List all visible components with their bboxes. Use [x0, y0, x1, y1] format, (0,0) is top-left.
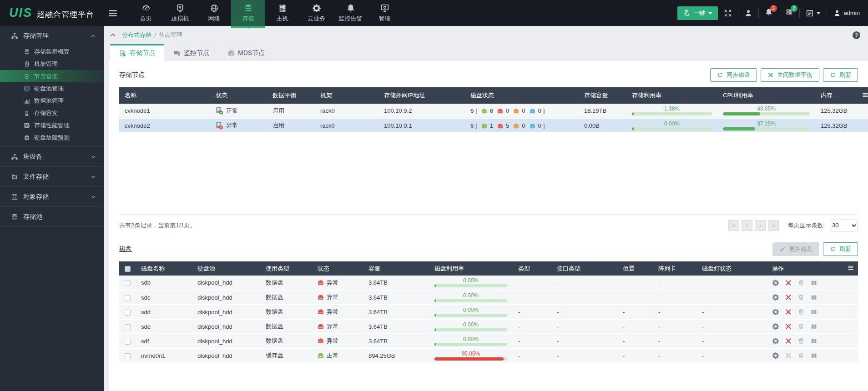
- nav-item-6[interactable]: 监控告警: [333, 0, 368, 26]
- sidebar-item-0-7[interactable]: 硬盘故障预测: [0, 131, 104, 144]
- node-row-cvknode2[interactable]: cvknode2异常启用rack0100.10.9.16[1500]0.00B0…: [119, 118, 868, 133]
- nav-item-3[interactable]: 存储: [231, 0, 265, 26]
- row-checkbox[interactable]: [125, 310, 131, 316]
- table-empty-space: [119, 133, 858, 214]
- disk-util: 0.00%: [429, 276, 513, 290]
- sidebar-group-header-4[interactable]: 存储池: [0, 207, 104, 226]
- first-page-button[interactable]: «: [728, 220, 739, 231]
- sidebar-group-header-3[interactable]: 对象存储: [0, 187, 104, 206]
- nav-item-7[interactable]: 管理: [368, 0, 402, 26]
- tab-0[interactable]: 存储节点: [110, 44, 164, 61]
- locate-icon[interactable]: [810, 337, 818, 345]
- locate-icon[interactable]: [810, 294, 818, 301]
- settings-icon[interactable]: [772, 323, 779, 330]
- nav-item-label: 网络: [208, 15, 220, 23]
- fullscreen-icon[interactable]: [724, 9, 732, 17]
- last-page-button[interactable]: »: [768, 220, 779, 231]
- sidebar-item-0-0[interactable]: 存储集群概要: [0, 45, 104, 58]
- breadcrumb-parent[interactable]: 分布式存储: [122, 31, 151, 39]
- nodes-col-header: 磁盘状态: [465, 87, 579, 104]
- row-checkbox[interactable]: [125, 324, 131, 330]
- disk-status: 异常: [312, 334, 363, 348]
- locate-icon[interactable]: [810, 323, 818, 330]
- remove-icon[interactable]: [785, 352, 792, 359]
- remove-icon[interactable]: [785, 323, 792, 330]
- nav-item-0[interactable]: 首页: [129, 0, 163, 26]
- person-icon[interactable]: [744, 9, 752, 17]
- delete-icon[interactable]: [797, 323, 805, 330]
- remove-icon[interactable]: [785, 337, 792, 345]
- delete-icon[interactable]: [797, 294, 805, 301]
- disk-ok-icon: [481, 108, 487, 114]
- disk-error-icon: [497, 108, 503, 114]
- row-checkbox[interactable]: [125, 280, 131, 286]
- row-checkbox[interactable]: [125, 353, 131, 359]
- column-settings-icon[interactable]: [847, 265, 854, 271]
- one-key-button[interactable]: 一键: [677, 6, 718, 20]
- sidebar-item-0-5[interactable]: 存储容灾: [0, 107, 104, 119]
- prev-page-button[interactable]: ‹: [742, 220, 752, 231]
- sidebar-item-0-3[interactable]: 硬盘池管理: [0, 82, 104, 95]
- user-menu[interactable]: admin: [833, 9, 860, 17]
- settings-icon[interactable]: [772, 352, 779, 359]
- nav-item-5[interactable]: 云业务: [299, 0, 333, 26]
- remove-icon[interactable]: [785, 308, 792, 316]
- disk-row-sde[interactable]: sdediskpool_hdd数据盘异常3.64TB0.00%-----: [119, 319, 858, 334]
- sidebar-item-0-2[interactable]: 节点管理: [0, 70, 104, 82]
- node-capacity: 0.00B: [579, 118, 626, 133]
- disk-row-sdf[interactable]: sdfdiskpool_hdd数据盘异常3.64TB0.00%-----: [119, 334, 858, 348]
- sidebar-item-label: 存储容灾: [34, 109, 58, 117]
- remove-icon[interactable]: [785, 294, 792, 301]
- row-checkbox[interactable]: [125, 295, 131, 301]
- sidebar-item-0-1[interactable]: 机架管理: [0, 58, 104, 70]
- sidebar-group-header-1[interactable]: 块设备: [0, 147, 104, 166]
- sidebar-group-header-0[interactable]: 存储管理: [0, 26, 104, 45]
- page-size-select[interactable]: 30: [830, 220, 858, 231]
- row-checkbox[interactable]: [125, 339, 131, 345]
- disks_section-button-1[interactable]: 刷新: [823, 242, 858, 256]
- nodes_section-button-2[interactable]: 刷新: [823, 68, 858, 82]
- task-button[interactable]: 2: [785, 8, 793, 18]
- tab-1[interactable]: 监控节点: [164, 44, 218, 61]
- sidebar-group-header-2[interactable]: 文件存储: [0, 167, 104, 186]
- disk-row-nvme0n1[interactable]: nvme0n1diskpool_hdd缓存盘正常894.25GB95.05%--…: [119, 348, 858, 363]
- node-row-cvknode1[interactable]: cvknode1正常启用rack0100.10.9.26[6000]18.19T…: [119, 104, 868, 118]
- list-menu-button[interactable]: [806, 9, 821, 17]
- next-page-button[interactable]: ›: [755, 220, 766, 231]
- sidebar-collapse-icon[interactable]: [110, 33, 116, 37]
- settings-icon[interactable]: [772, 294, 779, 301]
- disks-col-header: 磁盘名称: [136, 261, 192, 276]
- delete-icon[interactable]: [797, 308, 805, 316]
- settings-icon[interactable]: [772, 279, 779, 286]
- settings-icon[interactable]: [772, 308, 779, 316]
- disk-pool: diskpool_hdd: [192, 334, 260, 348]
- nodes_section-button-1[interactable]: 关闭数据平衡: [761, 68, 819, 82]
- delete-icon[interactable]: [797, 337, 805, 345]
- disk-row-sdd[interactable]: sdddiskpool_hdd数据盘异常3.64TB0.00%-----: [119, 305, 858, 319]
- locate-icon[interactable]: [810, 308, 818, 316]
- alarm-bell-button[interactable]: 3: [765, 8, 773, 18]
- locate-icon[interactable]: [810, 279, 818, 286]
- remove-icon[interactable]: [785, 279, 792, 286]
- nav-item-2[interactable]: 网络: [197, 0, 231, 26]
- column-settings-icon[interactable]: [862, 92, 868, 98]
- nav-item-1[interactable]: 虚拟机: [163, 0, 197, 26]
- pointer-icon: [683, 10, 690, 17]
- delete-icon[interactable]: [797, 352, 805, 359]
- locate-icon[interactable]: [810, 352, 818, 359]
- disks-table-header: 磁盘名称硬盘池使用类型状态容量磁盘利用率类型接口类型位置阵列卡磁盘灯状态操作: [119, 261, 858, 276]
- select-all-checkbox[interactable]: [125, 266, 131, 272]
- disks_section-button-0[interactable]: 更换磁盘: [772, 242, 819, 256]
- nodes_section-button-0[interactable]: 同步磁盘: [710, 68, 757, 82]
- sidebar-item-0-6[interactable]: 存储性能管理: [0, 119, 104, 131]
- help-icon[interactable]: ?: [852, 31, 861, 40]
- disk-row-sdb[interactable]: sdbdiskpool_hdd数据盘异常3.64TB0.00%-----: [119, 276, 858, 290]
- tab-2[interactable]: MDS节点: [218, 44, 274, 61]
- gear-icon: [312, 4, 321, 13]
- sidebar-item-0-4[interactable]: 数据池管理: [0, 95, 104, 107]
- disk-row-sdc[interactable]: sdcdiskpool_hdd数据盘异常3.64TB0.00%-----: [119, 290, 858, 305]
- menu-icon[interactable]: [108, 8, 118, 18]
- settings-icon[interactable]: [772, 337, 779, 345]
- nav-item-4[interactable]: 主机: [265, 0, 299, 26]
- delete-icon[interactable]: [797, 279, 805, 286]
